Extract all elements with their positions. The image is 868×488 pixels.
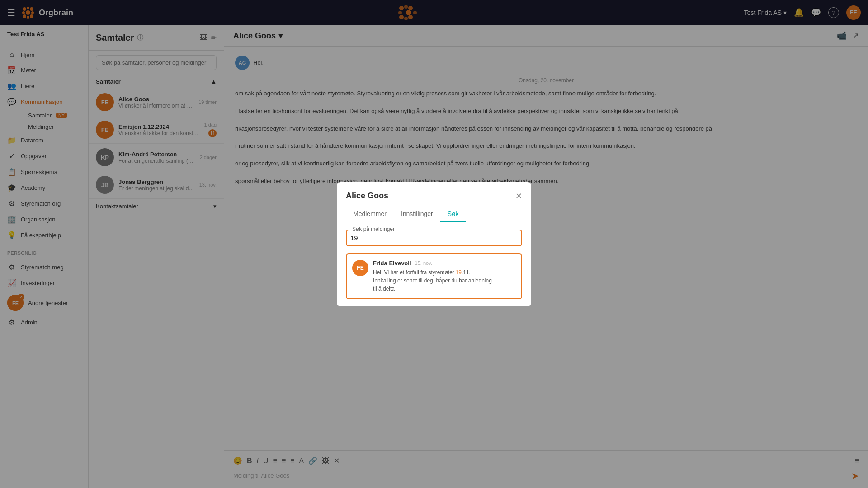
- modal-body: Søk på meldinger FE Frida Elvevoll 15. n…: [337, 222, 531, 306]
- result-message: Hei. Vi har et forfall fra styremøtet 19…: [373, 268, 516, 293]
- modal-close-button[interactable]: ✕: [515, 191, 522, 201]
- result-avatar: FE: [352, 260, 368, 276]
- result-line1: Hei. Vi har et forfall fra styremøtet 19…: [373, 269, 471, 276]
- modal-header: Alice Goos ✕: [337, 182, 531, 201]
- modal-overlay[interactable]: Alice Goos ✕ Medlemmer Innstillinger Søk…: [0, 0, 868, 488]
- search-result-item[interactable]: FE Frida Elvevoll 15. nov. Hei. Vi har e…: [346, 253, 522, 299]
- result-sender: Frida Elvevoll 15. nov.: [373, 260, 516, 267]
- tab-settings[interactable]: Innstillinger: [394, 206, 440, 222]
- result-line3: til å delta: [373, 286, 395, 292]
- modal-title: Alice Goos: [346, 191, 388, 201]
- tab-search[interactable]: Søk: [440, 206, 466, 222]
- modal: Alice Goos ✕ Medlemmer Innstillinger Søk…: [337, 182, 531, 306]
- result-highlight: 19: [456, 269, 462, 276]
- tab-members[interactable]: Medlemmer: [346, 206, 394, 222]
- modal-tabs: Medlemmer Innstillinger Søk: [346, 206, 522, 222]
- result-line2: Innkalling er sendt til deg, håper du ha…: [373, 277, 492, 284]
- result-info: Frida Elvevoll 15. nov. Hei. Vi har et f…: [373, 260, 516, 293]
- result-date: 15. nov.: [415, 260, 432, 266]
- modal-search-label: Søk på meldinger: [350, 226, 396, 232]
- modal-search-container: Søk på meldinger: [346, 230, 522, 246]
- result-sender-name: Frida Elvevoll: [373, 260, 411, 267]
- modal-search-input[interactable]: [350, 232, 518, 244]
